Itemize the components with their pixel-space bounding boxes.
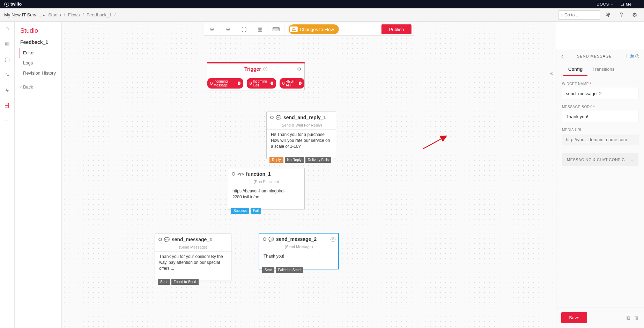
trigger-node[interactable]: Trigger ? ⚙ Incoming Message? Incoming C… [207,62,305,90]
sidebar-back[interactable]: ‹ Back [17,81,59,93]
tab-config[interactable]: Config [563,63,587,76]
chevron-down-icon: ⌄ [630,157,634,162]
changes-button[interactable]: 21 Changes to Flow [289,24,339,34]
send-message-2-node[interactable]: 💬 send_message_2 ✕ (Send Message) Thank … [259,233,339,269]
brand-logo[interactable]: twilio [4,2,22,7]
top-header: twilio DOCS ⌄ Li Me ⌄ [0,0,644,8]
code-icon: </> [237,171,244,177]
sidebar-flow-name: Feedback_1 [17,39,59,48]
node-handle[interactable] [270,116,274,119]
out-fail[interactable]: Fail [251,208,261,214]
chevron-down-icon: ⌄ [43,13,45,17]
out-reply[interactable]: Reply [269,157,283,163]
tab-transitions[interactable]: Transitions [587,63,619,76]
out-success[interactable]: Success [231,208,249,214]
connections-layer [62,22,166,74]
annotation-arrow [421,133,449,151]
media-url-input[interactable] [562,134,638,145]
flow-canvas[interactable]: ⊕ ⊖ ⛶ ▦ ⌨ 21 Changes to Flow Publish [62,22,556,328]
out-sent[interactable]: Sent [158,279,170,285]
out-sent[interactable]: Sent [262,267,274,273]
icon-rail: ⌂ ✉ ▢ ∿ # ⇶ ⋯ [0,22,15,328]
publish-button[interactable]: Publish [382,24,412,34]
trigger-title: Trigger [244,66,261,72]
node-handle[interactable] [158,238,162,241]
chevron-down-icon: ⌄ [633,2,636,6]
project-selector[interactable]: My New IT Servi... ⌄ [4,12,45,17]
crumb-flow-name[interactable]: Feedback_1 [87,12,112,17]
sidebar-item-logs[interactable]: Logs [20,58,59,68]
trash-icon[interactable]: 🗑 [634,315,639,321]
breadcrumb: My New IT Servi... ⌄ Studio / Flows / Fe… [0,8,644,22]
grid-icon[interactable]: ▦ [252,23,268,35]
save-button[interactable]: Save [561,312,587,323]
gear-icon[interactable]: ⚙ [297,66,302,72]
crumb-flows[interactable]: Flows [68,12,80,17]
sidebar-title: Studio [17,27,59,39]
out-rest-api[interactable]: REST API? [280,78,304,89]
search-field[interactable] [564,13,598,17]
svg-line-8 [423,136,446,149]
search-input[interactable]: ⌕ [558,10,600,20]
chat-icon: 💬 [276,115,281,120]
out-failed-send[interactable]: Failed to Send [171,279,199,285]
function-node[interactable]: </> function_1 (Run Function) https://be… [228,168,305,210]
message-body-input[interactable] [562,111,638,122]
out-incoming-message[interactable]: Incoming Message? [207,78,243,89]
user-menu[interactable]: Li Me ⌄ [617,2,640,6]
messaging-icon[interactable]: ✉ [4,40,11,47]
close-icon[interactable]: ✕ [331,237,335,242]
copy-icon[interactable]: ⧉ [627,315,630,321]
widget-name-input[interactable] [562,88,638,99]
help-icon: ? [635,54,639,58]
out-incoming-call[interactable]: Incoming Call? [247,78,276,89]
home-icon[interactable]: ⌂ [4,25,11,32]
out-no-reply[interactable]: No Reply [285,157,304,163]
main: ⌂ ✉ ▢ ∿ # ⇶ ⋯ Studio Feedback_1 Editor L… [0,22,644,328]
inspector-title: SEND MESSAGE [566,54,623,58]
message-icon: 💬 [164,237,170,242]
zoom-out-icon[interactable]: ⊖ [220,23,236,35]
brand-text: twilio [10,2,22,7]
send-message-1-node[interactable]: 💬 send_message_1 (Send Message) Thank yo… [155,234,231,281]
studio-icon[interactable]: ⇶ [4,102,11,109]
help-icon[interactable]: ? [616,12,627,18]
sidebar: Studio Feedback_1 Editor Logs Revision H… [15,22,62,328]
collapse-icon[interactable]: « [550,70,553,76]
hide-link[interactable]: Hide ? [626,54,639,59]
keyboard-icon[interactable]: ⌨ [268,23,284,35]
zoom-in-icon[interactable]: ⊕ [204,23,220,35]
twilio-logo-icon [4,2,9,7]
help-icon[interactable]: ? [263,67,267,71]
debug-icon[interactable]: ✾ [603,12,613,18]
docs-link[interactable]: DOCS ⌄ [593,2,617,6]
back-icon[interactable]: ‹ [561,53,563,59]
out-delivery-fails[interactable]: Delivery Fails [305,157,331,163]
sidebar-item-revision[interactable]: Revision History [20,68,59,78]
canvas-toolbar: ⊕ ⊖ ⛶ ▦ ⌨ 21 Changes to Flow Publish [204,23,414,36]
message-icon: 💬 [268,237,274,242]
messaging-chat-config-section[interactable]: MESSAGING & CHAT CONFIG ⌄ [562,153,638,166]
message-body-label: MESSAGE BODY * [562,105,638,109]
out-failed-send[interactable]: Failed to Send [276,267,303,273]
more-icon[interactable]: ⋯ [4,117,11,124]
media-url-label: MEDIA URL [562,128,638,132]
settings-icon[interactable]: ⚙ [629,12,640,18]
send-reply-node[interactable]: 💬 send_and_reply_1 (Send & Wait For Repl… [266,112,336,159]
node-handle[interactable] [232,172,235,176]
crumb-studio[interactable]: Studio [48,12,61,17]
search-icon: ⌕ [561,13,563,17]
chat-icon[interactable]: ▢ [4,56,11,63]
link-icon[interactable]: ∿ [4,71,11,78]
fit-icon[interactable]: ⛶ [236,23,252,35]
changes-count: 21 [290,26,298,32]
chevron-down-icon: ⌄ [610,2,614,6]
inspector-panel: « ‹ SEND MESSAGE Hide ? Config Transitio… [556,49,644,328]
node-handle[interactable] [263,237,266,241]
hash-icon[interactable]: # [4,86,11,93]
sidebar-item-editor[interactable]: Editor [20,48,59,58]
widget-name-label: WIDGET NAME * [562,82,638,86]
